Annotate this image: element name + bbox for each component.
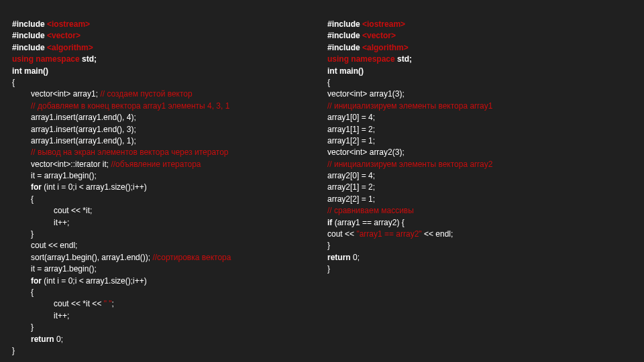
code-line: it++; xyxy=(12,217,314,229)
code-line: it = array1.begin(); xyxy=(12,263,314,275)
code-line: vector<int> array2(3); xyxy=(327,147,632,158)
left-code-column: #include <iostream> #include <vector> #i… xyxy=(12,19,321,355)
code-line: sort(array1.begin(), array1.end()); //со… xyxy=(12,252,314,263)
code-line: cout << endl; xyxy=(12,240,314,251)
code-line: array1.insert(array1.end(), 4); xyxy=(12,112,314,123)
code-slide: #include <iostream> #include <vector> #i… xyxy=(0,0,644,362)
code-line: vector<int>::iterator it; //объявление и… xyxy=(12,159,314,170)
code-line: array1[0] = 4; xyxy=(327,112,632,123)
code-line: array2[1] = 2; xyxy=(327,182,632,193)
code-line: cout << "array1 == array2" << endl; xyxy=(327,229,632,240)
code-line: array1.insert(array1.end(), 3); xyxy=(12,124,314,135)
code-line: it = array1.begin(); xyxy=(12,170,314,182)
code-line: vector<int> array1; // создаем пустой ве… xyxy=(12,88,314,100)
code-line: int main() xyxy=(327,66,632,77)
code-line: // инициализируем элементы вектора array… xyxy=(327,101,632,112)
code-line: } xyxy=(12,345,314,357)
code-line: for (int i = 0;i < array1.size();i++) xyxy=(12,276,314,287)
code-line: #include <vector> xyxy=(12,30,314,42)
code-line: #include <algorithm> xyxy=(12,42,314,54)
code-line: cout << *it << " "; xyxy=(12,298,314,310)
code-line: } xyxy=(327,240,632,251)
code-line: #include <vector> xyxy=(327,30,632,42)
code-line: array1.insert(array1.end(), 1); xyxy=(12,135,314,147)
code-line: if (array1 == array2) { xyxy=(327,217,632,229)
code-line: using namespace std; xyxy=(12,54,314,65)
code-line: #include <algorithm> xyxy=(327,42,632,54)
code-line: } xyxy=(327,263,632,275)
code-line: // сравниваем массивы xyxy=(327,205,632,217)
code-line: vector<int> array1(3); xyxy=(327,88,632,100)
right-code-column: #include <iostream> #include <vector> #i… xyxy=(321,19,632,355)
code-line: #include <iostream> xyxy=(327,19,632,30)
code-line: cout << *it; xyxy=(12,205,314,217)
code-line: { xyxy=(12,287,314,298)
code-line: } xyxy=(12,322,314,333)
code-line: array1[2] = 1; xyxy=(327,135,632,147)
code-line: int main() xyxy=(12,66,314,77)
code-line: array2[0] = 4; xyxy=(327,170,632,182)
code-line: using namespace std; xyxy=(327,54,632,65)
code-line: for (int i = 0;i < array1.size();i++) xyxy=(12,182,314,193)
code-line: it++; xyxy=(12,310,314,322)
code-line: return 0; xyxy=(12,334,314,345)
code-line: // добавляем в конец вектора array1 элем… xyxy=(12,101,314,112)
code-line: return 0; xyxy=(327,252,632,263)
code-line: { xyxy=(12,194,314,205)
code-line: // вывод на экран элементов вектора чере… xyxy=(12,147,314,158)
code-line: array1[1] = 2; xyxy=(327,124,632,135)
code-line: { xyxy=(327,77,632,88)
code-line: array2[2] = 1; xyxy=(327,194,632,205)
code-line: #include <iostream> xyxy=(12,19,314,30)
code-line: } xyxy=(12,229,314,240)
code-line: { xyxy=(12,77,314,88)
code-line: // инициализируем элементы вектора array… xyxy=(327,159,632,170)
